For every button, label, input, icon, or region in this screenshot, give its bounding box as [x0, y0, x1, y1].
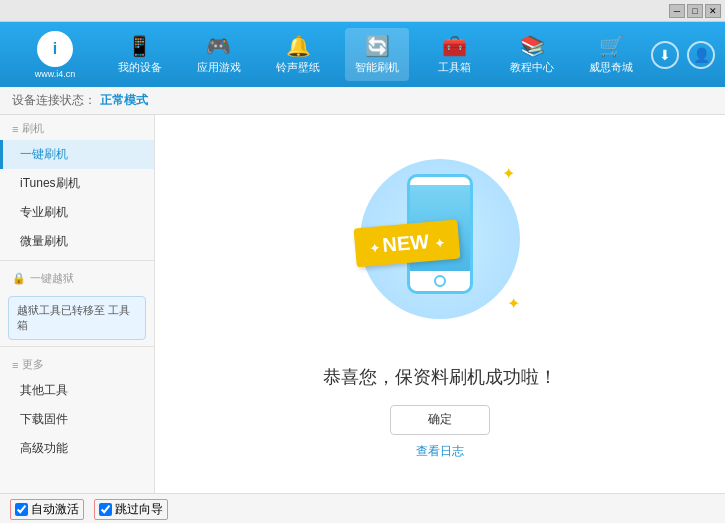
sidebar-jailbreak-info: 越狱工具已转移至 工具箱 — [8, 296, 146, 340]
skip-wizard-label: 跳过向导 — [115, 501, 163, 518]
smart-flash-label: 智能刷机 — [355, 60, 399, 75]
bottom-controls-row: 自动激活 跳过向导 — [0, 494, 725, 523]
main-layout: ≡ 刷机 一键刷机 iTunes刷机 专业刷机 微量刷机 🔒 一键越狱 越狱工具… — [0, 115, 725, 493]
skip-wizard-checkbox-label[interactable]: 跳过向导 — [94, 499, 168, 520]
logo-subtitle: www.i4.cn — [35, 69, 76, 79]
confirm-button[interactable]: 确定 — [390, 405, 490, 435]
title-bar: ─ □ ✕ — [0, 0, 725, 22]
tutorial-label: 教程中心 — [510, 60, 554, 75]
sidebar-section-flash-label: 刷机 — [22, 121, 44, 136]
download-button[interactable]: ⬇ — [651, 41, 679, 69]
sidebar-section-more: ≡ 更多 — [0, 351, 154, 376]
nav-tutorial[interactable]: 📚 教程中心 — [500, 28, 564, 81]
logo-icon: i — [37, 31, 73, 67]
log-link[interactable]: 查看日志 — [416, 443, 464, 460]
toolbox-label: 工具箱 — [438, 60, 471, 75]
phone-home-button — [434, 275, 446, 287]
nav-right-buttons: ⬇ 👤 — [651, 41, 715, 69]
status-value: 正常模式 — [100, 92, 148, 109]
sidebar: ≡ 刷机 一键刷机 iTunes刷机 专业刷机 微量刷机 🔒 一键越狱 越狱工具… — [0, 115, 155, 493]
status-label: 设备连接状态： — [12, 92, 96, 109]
auto-launch-checkbox-label[interactable]: 自动激活 — [10, 499, 84, 520]
tutorial-icon: 📚 — [520, 34, 545, 58]
content-area: ✦ ✦ NEW 恭喜您，保资料刷机成功啦！ 确定 查看日志 — [155, 115, 725, 493]
nav-smart-flash[interactable]: 🔄 智能刷机 — [345, 28, 409, 81]
success-message: 恭喜您，保资料刷机成功啦！ — [323, 365, 557, 389]
weisi-store-icon: 🛒 — [599, 34, 624, 58]
sidebar-divider-2 — [0, 346, 154, 347]
more-icon: ≡ — [12, 359, 18, 371]
maximize-button[interactable]: □ — [687, 4, 703, 18]
sidebar-section-flash-icon: ≡ — [12, 123, 18, 135]
sidebar-item-micro-flash[interactable]: 微量刷机 — [0, 227, 154, 256]
ringtones-label: 铃声壁纸 — [276, 60, 320, 75]
smart-flash-icon: 🔄 — [365, 34, 390, 58]
nav-ringtones[interactable]: 🔔 铃声壁纸 — [266, 28, 330, 81]
sidebar-item-download-firmware[interactable]: 下载固件 — [0, 405, 154, 434]
nav-weisi-store[interactable]: 🛒 威思奇城 — [579, 28, 643, 81]
sidebar-item-one-click-flash[interactable]: 一键刷机 — [0, 140, 154, 169]
sidebar-item-advanced[interactable]: 高级功能 — [0, 434, 154, 463]
window-controls[interactable]: ─ □ ✕ — [669, 4, 721, 18]
my-device-label: 我的设备 — [118, 60, 162, 75]
lock-icon: 🔒 — [12, 272, 26, 285]
my-device-icon: 📱 — [127, 34, 152, 58]
minimize-button[interactable]: ─ — [669, 4, 685, 18]
apps-games-label: 应用游戏 — [197, 60, 241, 75]
sparkle-bottom-right: ✦ — [507, 294, 520, 313]
weisi-store-label: 威思奇城 — [589, 60, 633, 75]
logo: i www.i4.cn — [10, 31, 100, 79]
checkbox-group: 自动激活 跳过向导 — [10, 499, 168, 520]
account-button[interactable]: 👤 — [687, 41, 715, 69]
auto-launch-label: 自动激活 — [31, 501, 79, 518]
nav-apps-games[interactable]: 🎮 应用游戏 — [187, 28, 251, 81]
apps-games-icon: 🎮 — [206, 34, 231, 58]
nav-items: 📱 我的设备 🎮 应用游戏 🔔 铃声壁纸 🔄 智能刷机 🧰 工具箱 📚 教程中心… — [100, 28, 651, 81]
new-badge: NEW — [353, 219, 460, 267]
toolbox-icon: 🧰 — [442, 34, 467, 58]
nav-my-device[interactable]: 📱 我的设备 — [108, 28, 172, 81]
sidebar-item-pro-flash[interactable]: 专业刷机 — [0, 198, 154, 227]
sidebar-section-flash: ≡ 刷机 — [0, 115, 154, 140]
success-illustration: ✦ ✦ NEW — [340, 149, 540, 349]
nav-toolbox[interactable]: 🧰 工具箱 — [425, 28, 485, 81]
sidebar-section-jailbreak: 🔒 一键越狱 — [0, 265, 154, 290]
status-bar: 设备连接状态： 正常模式 — [0, 87, 725, 115]
skip-wizard-checkbox[interactable] — [99, 503, 112, 516]
top-nav: i www.i4.cn 📱 我的设备 🎮 应用游戏 🔔 铃声壁纸 🔄 智能刷机 … — [0, 22, 725, 87]
auto-launch-checkbox[interactable] — [15, 503, 28, 516]
close-button[interactable]: ✕ — [705, 4, 721, 18]
sparkle-top-right: ✦ — [502, 164, 515, 183]
sidebar-item-itunes-flash[interactable]: iTunes刷机 — [0, 169, 154, 198]
sidebar-divider-1 — [0, 260, 154, 261]
sidebar-item-other-tools[interactable]: 其他工具 — [0, 376, 154, 405]
bottom-combined: 自动激活 跳过向导 📱 iPhone 12 mini 64GB Down-12m… — [0, 493, 725, 523]
ringtones-icon: 🔔 — [286, 34, 311, 58]
